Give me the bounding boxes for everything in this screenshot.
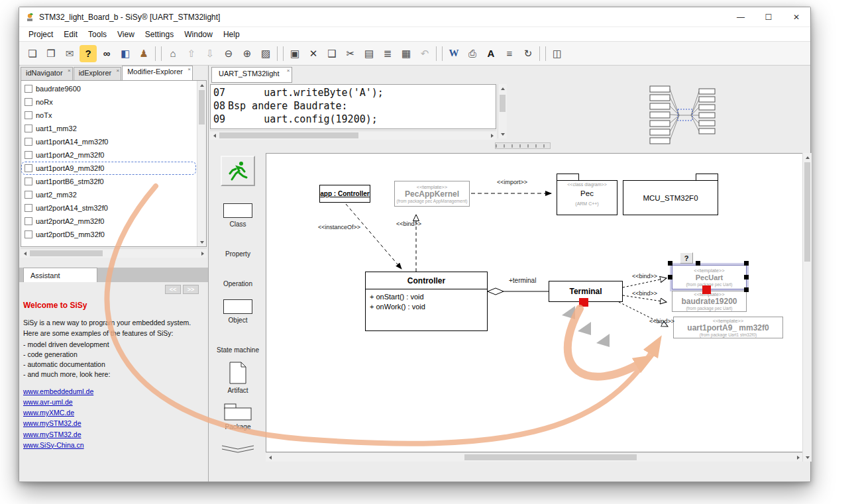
list-item[interactable]: uart2portA2_mm32f0 xyxy=(21,215,196,228)
checkbox[interactable] xyxy=(25,98,32,106)
assistant-forward-button[interactable]: >> xyxy=(183,285,199,294)
paste-icon[interactable]: ▤ xyxy=(360,45,378,62)
scroll-up-button[interactable] xyxy=(197,81,206,89)
navigate-down-icon[interactable]: ⇩ xyxy=(201,45,219,62)
selection-handle-red[interactable] xyxy=(579,298,588,307)
explorer-tab[interactable]: idNavigator × xyxy=(21,67,73,80)
checkbox[interactable] xyxy=(25,217,32,225)
list-item[interactable]: noTx xyxy=(21,109,196,122)
maximize-button[interactable]: ☐ xyxy=(755,7,782,26)
menu-item[interactable]: Project xyxy=(23,28,58,40)
print-icon[interactable]: ⎙ xyxy=(464,45,481,62)
explorer-tab[interactable]: idExplorer × xyxy=(74,67,122,80)
scroll-left-button[interactable] xyxy=(21,249,29,258)
report-icon[interactable]: ▨ xyxy=(257,45,274,62)
palette-package-tool[interactable]: Package xyxy=(224,402,252,430)
checkbox[interactable] xyxy=(25,177,32,185)
code-horizontal-scrollbar[interactable] xyxy=(210,130,496,140)
palette-collapse-handle[interactable] xyxy=(219,444,256,456)
palette-artifact-tool[interactable]: Artifact xyxy=(227,362,248,394)
refresh-export-icon[interactable]: ↻ xyxy=(519,45,537,62)
uml-template-uart1porta9[interactable]: <<template>> uart1portA9_ mm32f0 (from p… xyxy=(673,317,783,338)
model-overview-thumbnail[interactable] xyxy=(645,85,724,146)
checkbox[interactable] xyxy=(25,138,32,146)
list-item[interactable]: uart1portA2_mm32f0 xyxy=(21,148,196,162)
context-help-button[interactable]: ? xyxy=(680,252,693,264)
selection-handle[interactable] xyxy=(668,261,672,266)
zoom-slider[interactable] xyxy=(495,142,551,149)
undo-icon[interactable]: ↶ xyxy=(416,45,433,62)
table-view-icon[interactable]: ▦ xyxy=(398,45,415,62)
close-button[interactable]: ✕ xyxy=(782,7,810,26)
scroll-left-button[interactable] xyxy=(266,453,274,462)
checkbox[interactable] xyxy=(25,151,32,159)
scrollbar-thumb[interactable] xyxy=(219,132,358,138)
selection-handle[interactable] xyxy=(696,261,700,266)
uml-package-pec[interactable]: <<class diagram>> Pec (ARM C++) xyxy=(557,174,617,215)
scroll-down-button[interactable] xyxy=(803,453,812,462)
canvas-vertical-scrollbar[interactable] xyxy=(802,153,812,462)
palette-property-tool[interactable]: Property xyxy=(225,250,250,258)
menu-item[interactable]: View xyxy=(112,28,140,40)
assistant-back-button[interactable]: << xyxy=(165,285,181,294)
scroll-right-button[interactable] xyxy=(488,131,496,140)
code-editor[interactable]: 07 uart.writeByte('A'); 08Bsp andere Bau… xyxy=(210,84,496,129)
assistant-link[interactable]: www.mySTM32.de xyxy=(23,430,204,440)
selection-handle-red[interactable] xyxy=(702,285,711,294)
cut-icon[interactable]: ✂ xyxy=(342,45,359,62)
list-item[interactable]: uart1_mm32 xyxy=(21,122,196,135)
explorer-tab[interactable]: Modifier-Explorer × xyxy=(122,66,193,80)
delete-icon[interactable]: ✕ xyxy=(305,45,322,62)
uml-class-pecappkernel[interactable]: <<template>> PecAppKernel (from package … xyxy=(394,181,470,207)
scroll-left-button[interactable] xyxy=(210,131,219,140)
checkbox[interactable] xyxy=(25,125,32,132)
scrollbar-thumb[interactable] xyxy=(500,95,506,112)
properties-icon[interactable]: ▣ xyxy=(286,45,303,62)
font-icon[interactable]: A xyxy=(482,45,500,62)
uml-package-mcu-stm32f0[interactable]: MCU_STM32F0 xyxy=(623,174,718,215)
selection-handle[interactable] xyxy=(668,275,672,279)
assistant-link[interactable]: www.embeddeduml.de xyxy=(23,387,204,397)
list-item[interactable]: uart1portA9_mm32f0 xyxy=(21,162,196,175)
navigate-up-icon[interactable]: ⇧ xyxy=(183,45,200,62)
menu-item[interactable]: Window xyxy=(179,28,218,40)
checkbox[interactable] xyxy=(25,191,32,199)
home-icon[interactable]: ⌂ xyxy=(164,45,182,62)
list-item[interactable]: uart1portA14_mm32f0 xyxy=(21,135,196,148)
menu-item[interactable]: Tools xyxy=(83,28,112,40)
list-item[interactable]: uart2portD5_mm32f0 xyxy=(21,228,196,241)
assistant-link[interactable]: www.SiSy-China.cn xyxy=(23,440,204,450)
help-icon[interactable]: ? xyxy=(80,45,97,62)
open-folder-icon[interactable]: ❒ xyxy=(42,45,60,62)
zoom-out-icon[interactable]: ⊖ xyxy=(220,45,237,62)
palette-class-tool[interactable]: Class xyxy=(223,203,252,228)
run-button[interactable] xyxy=(221,156,255,186)
search-binoculars-icon[interactable]: ∞ xyxy=(98,45,115,62)
list-item[interactable]: baudrate9600 xyxy=(21,82,196,95)
scrollbar-thumb[interactable] xyxy=(804,162,810,262)
palette-operation-tool[interactable]: Operation xyxy=(223,280,252,287)
menu-item[interactable]: Edit xyxy=(58,28,83,40)
scroll-up-button[interactable] xyxy=(498,84,507,93)
canvas-horizontal-scrollbar[interactable] xyxy=(266,452,802,462)
scrollbar-thumb[interactable] xyxy=(30,250,103,256)
tab-close-icon[interactable]: × xyxy=(287,68,290,74)
list-item[interactable]: uart2_mm32 xyxy=(21,188,196,201)
tab-uart-stm32light[interactable]: UART_STM32light × xyxy=(211,67,292,83)
checkbox[interactable] xyxy=(25,111,32,119)
options-list-icon[interactable]: ≡ xyxy=(501,45,518,62)
scrollbar-thumb[interactable] xyxy=(199,90,205,125)
menu-item[interactable]: Settings xyxy=(140,28,179,40)
code-vertical-scrollbar[interactable] xyxy=(498,84,507,138)
word-export-icon[interactable]: W xyxy=(445,45,462,62)
mail-icon[interactable]: ✉ xyxy=(61,45,78,62)
selection-handle[interactable] xyxy=(744,275,749,279)
assistant-link[interactable]: www.mySTM32.de xyxy=(23,419,204,428)
checkbox[interactable] xyxy=(25,230,32,238)
book-icon[interactable]: ◫ xyxy=(549,45,566,62)
scroll-down-button[interactable] xyxy=(197,238,206,246)
assistant-link[interactable]: www.myXMC.de xyxy=(23,408,204,418)
zoom-in-icon[interactable]: ⊕ xyxy=(239,45,256,62)
list-item[interactable]: uart2portA14_stm32f0 xyxy=(21,201,196,215)
list-item[interactable]: noRx xyxy=(21,95,196,109)
